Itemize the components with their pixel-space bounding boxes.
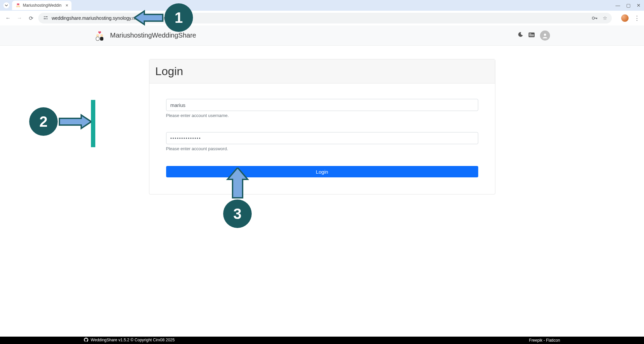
forward-icon[interactable]: →: [15, 15, 23, 21]
window-controls: — ▢ ✕: [615, 3, 641, 8]
svg-point-11: [100, 34, 103, 37]
password-key-icon[interactable]: [592, 15, 598, 21]
svg-marker-19: [59, 115, 91, 128]
svg-rect-15: [529, 35, 534, 35]
svg-point-2: [44, 16, 45, 17]
browser-toolbar: ← → ⟳ weddingshare.mariushosting.synolog…: [0, 11, 644, 25]
browser-chrome: MariushostingWeddin × — ▢ ✕ ← → ⟳ weddin…: [0, 0, 644, 25]
svg-rect-8: [596, 18, 597, 19]
annotation-number-1: 1: [164, 3, 193, 32]
svg-point-17: [544, 34, 546, 36]
svg-rect-5: [44, 18, 46, 19]
svg-point-0: [16, 5, 18, 7]
app-header: MariushostingWeddingShare: [0, 25, 644, 46]
github-icon: [84, 338, 88, 343]
username-helper: Please enter account username.: [166, 113, 478, 118]
svg-rect-16: [529, 36, 534, 36]
card-body: Please enter account username. Please en…: [149, 83, 495, 194]
browser-tab[interactable]: MariushostingWeddin ×: [12, 1, 71, 10]
svg-point-4: [47, 18, 48, 19]
card-header: Login: [149, 59, 495, 83]
username-input[interactable]: [166, 99, 478, 111]
app-logo-icon: [94, 30, 105, 41]
login-heading: Login: [155, 65, 489, 78]
app-title: MariushostingWeddingShare: [110, 32, 196, 39]
bookmark-star-icon[interactable]: ☆: [603, 15, 607, 21]
annotation-number-2: 2: [29, 107, 58, 136]
site-settings-icon[interactable]: [43, 15, 48, 21]
svg-marker-20: [228, 168, 248, 198]
svg-point-6: [592, 17, 595, 19]
tab-dropdown-icon[interactable]: [3, 2, 9, 8]
address-bar[interactable]: weddingshare.mariushosting.synology.me/A…: [38, 13, 612, 23]
password-input[interactable]: [166, 132, 478, 144]
annotation-side-bar: [91, 100, 95, 147]
svg-marker-18: [134, 11, 163, 24]
svg-rect-3: [45, 16, 48, 17]
profile-avatar-icon[interactable]: [621, 14, 629, 22]
browser-menu-icon[interactable]: ⋮: [634, 14, 640, 22]
close-window-icon[interactable]: ✕: [637, 3, 641, 8]
login-card: Login Please enter account username. Ple…: [149, 59, 495, 194]
annotation-1: 1: [134, 3, 193, 32]
back-icon[interactable]: ←: [4, 15, 12, 21]
tab-strip: MariushostingWeddin × — ▢ ✕: [0, 0, 644, 11]
language-icon[interactable]: [529, 33, 535, 39]
annotation-number-3: 3: [223, 199, 252, 228]
svg-rect-14: [529, 34, 531, 34]
tab-favicon-icon: [15, 3, 21, 8]
login-button[interactable]: Login: [166, 166, 478, 177]
tab-close-icon[interactable]: ×: [65, 3, 68, 8]
footer-left: WeddingShare v1.5.2 © Copyright Cirx08 2…: [84, 338, 175, 343]
maximize-icon[interactable]: ▢: [626, 3, 631, 8]
svg-rect-10: [96, 37, 99, 41]
password-helper: Please enter account password.: [166, 146, 478, 151]
user-avatar-icon[interactable]: [540, 31, 550, 41]
svg-point-9: [96, 34, 99, 37]
tab-title: MariushostingWeddin: [23, 3, 61, 8]
svg-point-1: [18, 5, 20, 7]
svg-rect-12: [100, 37, 103, 41]
reload-icon[interactable]: ⟳: [27, 15, 35, 21]
dark-mode-icon[interactable]: [518, 32, 523, 39]
footer-right[interactable]: Freepik - Flaticon: [529, 338, 560, 343]
app-footer: WeddingShare v1.5.2 © Copyright Cirx08 2…: [0, 337, 644, 344]
annotation-3: 3: [223, 168, 252, 228]
annotation-2: 2: [29, 107, 91, 136]
minimize-icon[interactable]: —: [615, 3, 620, 8]
